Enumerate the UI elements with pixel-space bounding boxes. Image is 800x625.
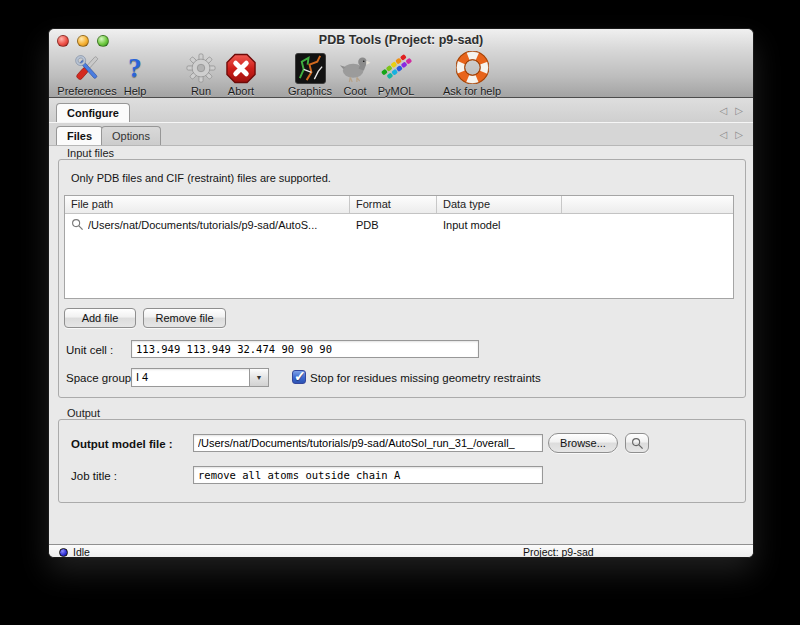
abort-button[interactable]: Abort <box>226 52 257 97</box>
stop-x-icon <box>226 52 257 84</box>
toolbar-item-label: Preferences <box>57 85 116 97</box>
output-legend: Output <box>67 407 100 419</box>
pdb-tools-window: PDB Tools (Project: p9-sad) Preferences <box>48 28 754 558</box>
add-file-button[interactable]: Add file <box>64 308 136 328</box>
input-files-legend: Input files <box>67 147 114 159</box>
graphics-button[interactable]: Graphics <box>288 52 332 97</box>
output-groupbox <box>58 419 746 503</box>
preferences-button[interactable]: Preferences <box>57 52 116 97</box>
chevron-down-icon[interactable]: ▼ <box>249 369 268 386</box>
tab-scroll-right-icon[interactable]: ▷ <box>735 129 743 140</box>
stop-for-residues-checkbox[interactable] <box>292 370 306 384</box>
configure-tab-bar: Configure ◁ ▷ <box>49 98 753 123</box>
job-title-input[interactable] <box>193 466 543 484</box>
tab-scroll-left-icon[interactable]: ◁ <box>720 105 728 116</box>
tab-scroll-right-icon[interactable]: ▷ <box>735 105 743 116</box>
rainbow-ribbon-icon <box>379 52 413 84</box>
help-button[interactable]: ? Help <box>124 52 147 97</box>
remove-file-button[interactable]: Remove file <box>143 308 226 328</box>
unit-cell-input[interactable] <box>131 340 479 358</box>
molecule-graphics-icon <box>295 52 326 84</box>
column-header-file-path[interactable]: File path <box>65 196 350 213</box>
table-row[interactable]: /Users/nat/Documents/tutorials/p9-sad/Au… <box>65 214 733 235</box>
toolbar-item-label: PyMOL <box>378 85 415 97</box>
input-files-table[interactable]: File path Format Data type /Users/nat/Do… <box>64 195 734 299</box>
data-type-cell: Input model <box>437 219 562 231</box>
ask-for-help-button[interactable]: Ask for help <box>443 52 501 97</box>
file-path-cell: /Users/nat/Documents/tutorials/p9-sad/Au… <box>88 219 317 231</box>
question-mark-icon: ? <box>128 52 142 84</box>
files-options-tab-bar: Files Options ◁ ▷ <box>49 123 753 146</box>
toolbar-item-label: Coot <box>343 85 366 97</box>
title-bar[interactable]: PDB Tools (Project: p9-sad) <box>49 29 753 51</box>
format-cell: PDB <box>350 219 437 231</box>
toolbar-item-label: Ask for help <box>443 85 501 97</box>
browse-button[interactable]: Browse... <box>548 433 618 453</box>
toolbar-item-label: Abort <box>228 85 254 97</box>
tab-options[interactable]: Options <box>101 126 161 145</box>
life-ring-icon <box>456 51 489 84</box>
run-button[interactable]: Run <box>186 52 216 97</box>
toolbar-item-label: Graphics <box>288 85 332 97</box>
table-header: File path Format Data type <box>65 196 733 214</box>
toolbar-item-label: Help <box>124 85 147 97</box>
project-label: Project: p9-sad <box>523 546 594 558</box>
coot-button[interactable]: Coot <box>339 52 371 97</box>
supported-files-note: Only PDB files and CIF (restraint) files… <box>71 172 331 184</box>
tab-scroll-arrows: ◁ ▷ <box>720 129 743 140</box>
files-tab-panel: Input files Only PDB files and CIF (rest… <box>49 146 753 544</box>
window-chrome: PDB Tools (Project: p9-sad) Preferences <box>49 29 753 98</box>
magnifier-icon <box>71 218 84 231</box>
status-bar: Idle Project: p9-sad <box>49 544 753 558</box>
magnifier-icon <box>631 437 644 450</box>
output-model-file-input[interactable] <box>193 434 543 452</box>
output-model-file-label: Output model file : <box>71 438 173 450</box>
column-header-empty <box>562 196 733 213</box>
gear-icon <box>186 52 216 84</box>
tools-icon <box>71 52 103 84</box>
window-title: PDB Tools (Project: p9-sad) <box>49 33 753 47</box>
status-text: Idle <box>73 546 90 558</box>
coot-bird-icon <box>339 52 371 84</box>
tab-files[interactable]: Files <box>56 126 103 145</box>
space-group-select[interactable]: I 4 ▼ <box>131 368 269 387</box>
tab-scroll-left-icon[interactable]: ◁ <box>720 129 728 140</box>
job-title-label: Job title : <box>71 470 117 482</box>
pymol-button[interactable]: PyMOL <box>378 52 415 97</box>
unit-cell-label: Unit cell : <box>66 344 113 356</box>
status-indicator-icon <box>59 548 68 557</box>
tab-configure[interactable]: Configure <box>56 103 130 122</box>
tab-scroll-arrows: ◁ ▷ <box>720 105 743 116</box>
stop-for-residues-label[interactable]: Stop for residues missing geometry restr… <box>310 372 541 384</box>
toolbar-item-label: Run <box>191 85 211 97</box>
file-search-button[interactable] <box>625 433 649 453</box>
space-group-value: I 4 <box>132 369 249 386</box>
column-header-data-type[interactable]: Data type <box>437 196 562 213</box>
space-group-label: Space group : <box>66 372 138 384</box>
column-header-format[interactable]: Format <box>350 196 437 213</box>
